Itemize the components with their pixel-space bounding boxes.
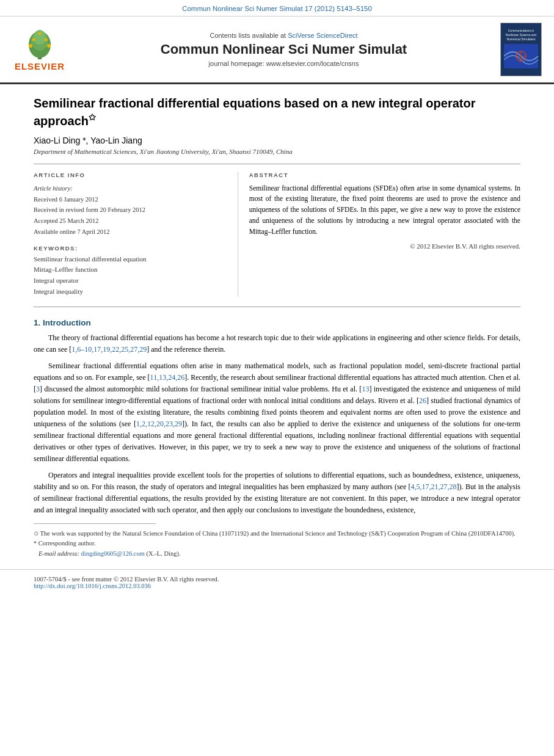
svg-point-8	[38, 32, 42, 35]
received-revised-date: Received in revised form 20 February 201…	[34, 205, 227, 216]
journal-title: Commun Nonlinear Sci Numer Simulat	[75, 42, 493, 57]
svg-text:Numerical Simulation: Numerical Simulation	[506, 37, 535, 41]
body-para-3: Operators and integral inequalities prov…	[34, 470, 520, 516]
journal-header: ELSEVIER Contents lists available at Sci…	[0, 16, 554, 84]
received-date: Received 6 January 2012	[34, 194, 227, 205]
svg-point-7	[45, 38, 48, 42]
ref-link-7[interactable]: 4,5,17,21,27,28	[411, 482, 457, 491]
fn2-star: *	[34, 540, 37, 547]
fn1-text: The work was supported by the Natural Sc…	[40, 530, 515, 537]
footnote-2: * Corresponding author.	[34, 539, 520, 549]
authors-line: Xiao-Li Ding *, Yao-Lin Jiang	[34, 136, 520, 145]
copyright-text: © 2012 Elsevier B.V. All rights reserved…	[249, 242, 520, 250]
email-author: (X.-L. Ding).	[147, 550, 181, 557]
ref-link-4[interactable]: 13	[362, 385, 369, 393]
keywords-section: Keywords: Semilinear fractional differen…	[34, 245, 227, 297]
svg-point-5	[47, 44, 51, 48]
footnote-1: ✩ The work was supported by the Natural …	[34, 529, 520, 539]
ref-link-3[interactable]: 3	[36, 385, 40, 393]
header-center: Contents lists available at SciVerse Sci…	[75, 32, 493, 67]
history-label: Article history:	[34, 183, 227, 194]
homepage-line: journal homepage: www.elsevier.com/locat…	[75, 60, 493, 67]
body-para-1: The theory of fractional differential eq…	[34, 332, 520, 355]
body-divider	[34, 307, 520, 307]
svg-point-6	[32, 38, 35, 42]
fn2-text: Corresponding author.	[38, 540, 96, 547]
email-link[interactable]: dingding0605@126.com	[81, 550, 144, 557]
elsevier-tree-icon	[18, 27, 61, 61]
email-label: E-mail address:	[38, 550, 79, 557]
left-column: ARTICLE INFO Article history: Received 6…	[34, 172, 238, 297]
footnote-divider	[34, 523, 156, 524]
affiliation: Department of Mathematical Sciences, Xi'…	[34, 148, 520, 155]
issn-text: 1007-5704/$ - see front matter © 2012 El…	[34, 576, 520, 583]
svg-text:Nonlinear Science and: Nonlinear Science and	[506, 33, 537, 37]
elsevier-logo: ELSEVIER	[12, 27, 67, 71]
ref-link-6[interactable]: 1,2,12,20,23,29	[136, 420, 182, 428]
bottom-bar: 1007-5704/$ - see front matter © 2012 El…	[0, 569, 554, 595]
journal-cover-image: Communications in Nonlinear Science and …	[500, 23, 542, 76]
accepted-date: Accepted 25 March 2012	[34, 216, 227, 227]
doi-anchor[interactable]: http://dx.doi.org/10.1016/j.cnsns.2012.0…	[34, 583, 151, 589]
title-star: ✩	[89, 112, 96, 122]
footnote-section: ✩ The work was supported by the Natural …	[0, 529, 554, 559]
cover-svg: Communications in Nonlinear Science and …	[501, 23, 541, 76]
available-date: Available online 7 April 2012	[34, 227, 227, 238]
section1-heading: 1. Introduction	[34, 318, 520, 327]
article-info-label: ARTICLE INFO	[34, 172, 227, 178]
keyword-4: Integral inequality	[34, 286, 227, 297]
footnote-email: E-mail address: dingding0605@126.com (X.…	[34, 549, 520, 559]
keyword-1: Semilinear fractional differential equat…	[34, 254, 227, 265]
keywords-label: Keywords:	[34, 245, 227, 252]
ref-link[interactable]: 1,6–10,17,19,22,25,27,29	[71, 345, 147, 354]
journal-citation-link[interactable]: Commun Nonlinear Sci Numer Simulat 17 (2…	[182, 5, 372, 12]
article-title: Semilinear fractional differential equat…	[34, 95, 520, 129]
contents-line: Contents lists available at SciVerse Sci…	[75, 32, 493, 39]
right-column: ABSTRACT Semilinear fractional different…	[238, 172, 520, 297]
abstract-text: Semilinear fractional differential equat…	[249, 183, 520, 238]
abstract-label: ABSTRACT	[249, 172, 520, 178]
header-divider	[34, 164, 520, 164]
svg-text:Communications in: Communications in	[508, 29, 534, 32]
article-history: Article history: Received 6 January 2012…	[34, 183, 227, 238]
elsevier-name: ELSEVIER	[15, 61, 65, 71]
body-section: 1. Introduction The theory of fractional…	[0, 318, 554, 515]
keyword-2: Mittag–Leffler function	[34, 264, 227, 275]
ref-link-5[interactable]: 26	[419, 396, 426, 405]
sciverse-link[interactable]: SciVerse ScienceDirect	[288, 32, 357, 39]
article-section: Semilinear fractional differential equat…	[0, 84, 554, 307]
ref-link-2[interactable]: 11,13,24,26	[150, 373, 185, 382]
two-column-layout: ARTICLE INFO Article history: Received 6…	[34, 172, 520, 297]
fn1-star: ✩	[34, 530, 38, 537]
body-para-2: Semilinear fractional differential equat…	[34, 360, 520, 465]
top-bar: Commun Nonlinear Sci Numer Simulat 17 (2…	[0, 0, 554, 16]
keyword-3: Integral operator	[34, 275, 227, 286]
doi-link: http://dx.doi.org/10.1016/j.cnsns.2012.0…	[34, 583, 520, 589]
svg-point-4	[29, 44, 32, 48]
